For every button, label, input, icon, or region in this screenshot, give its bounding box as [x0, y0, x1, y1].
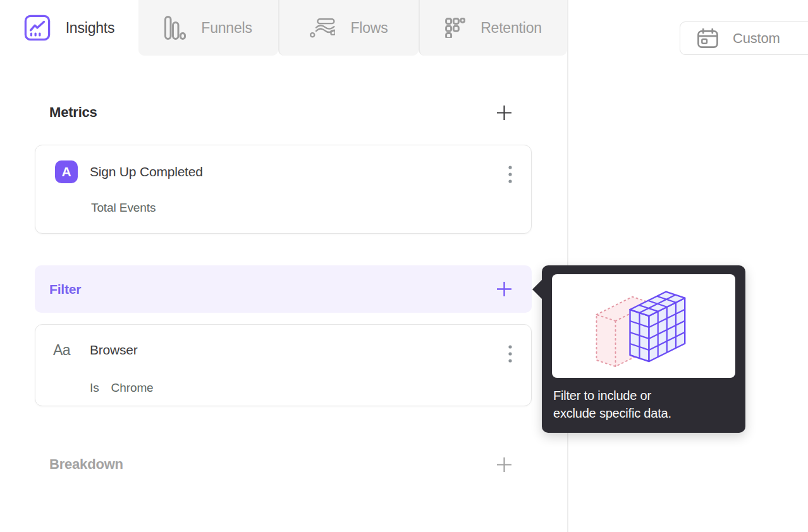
tab-label: Flows: [350, 20, 388, 37]
filter-options-button[interactable]: [503, 340, 517, 370]
tooltip-line: exclude specific data.: [553, 404, 734, 422]
add-metric-button[interactable]: [496, 104, 513, 121]
date-range-custom-button[interactable]: Custom: [680, 21, 808, 55]
tab-funnels[interactable]: Funnels: [138, 0, 278, 56]
tooltip-text: Filter to include or exclude specific da…: [553, 387, 734, 422]
filter-illustration: [552, 274, 735, 378]
flows-sankey-icon: [310, 18, 335, 38]
tab-insights[interactable]: Insights: [0, 0, 138, 56]
filter-operator: Is: [90, 381, 99, 394]
filter-section-title: Filter: [49, 282, 81, 297]
funnels-bars-icon: [164, 16, 186, 40]
plus-icon: [496, 456, 513, 473]
string-property-icon: Aa: [53, 342, 70, 359]
metric-measure: Total Events: [91, 201, 156, 215]
tooltip-arrow: [532, 280, 542, 299]
plus-icon: [496, 281, 513, 298]
metric-letter-badge: A: [55, 160, 78, 183]
tab-label: Insights: [66, 20, 115, 37]
filter-section-header[interactable]: Filter: [35, 265, 532, 313]
filter-property-name: Browser: [90, 342, 138, 358]
metric-options-button[interactable]: [503, 160, 517, 190]
filter-value: Chrome: [111, 381, 154, 394]
kebab-menu-icon: [507, 164, 513, 184]
metrics-section-title: Metrics: [49, 104, 97, 121]
plus-icon: [496, 104, 513, 121]
add-filter-button[interactable]: [496, 281, 513, 298]
filter-card[interactable]: Aa Browser IsChrome: [35, 324, 532, 406]
breakdown-section-title: Breakdown: [49, 456, 123, 473]
tab-label: Funnels: [201, 20, 252, 37]
metrics-section-header: Metrics: [35, 98, 532, 127]
metric-card[interactable]: A Sign Up Completed Total Events: [35, 145, 532, 234]
filter-tooltip: Filter to include or exclude specific da…: [542, 265, 745, 433]
date-range-label: Custom: [733, 30, 780, 47]
kebab-menu-icon: [507, 344, 513, 364]
report-type-tabbar: Insights Funnels Flows: [0, 0, 567, 56]
tab-retention[interactable]: Retention: [419, 0, 567, 56]
insights-chart-icon: [24, 15, 51, 41]
calendar-icon: [697, 28, 718, 48]
retention-grid-icon: [445, 18, 465, 38]
tab-flows[interactable]: Flows: [278, 0, 419, 56]
filter-condition: IsChrome: [90, 381, 154, 395]
data-cube-illustration: [552, 274, 735, 378]
insights-report-builder: Insights Funnels Flows: [0, 0, 808, 532]
tab-label: Retention: [481, 20, 542, 37]
metric-event-name: Sign Up Completed: [90, 164, 203, 179]
breakdown-section-header: Breakdown: [35, 450, 532, 479]
tooltip-line: Filter to include or: [553, 387, 734, 404]
add-breakdown-button[interactable]: [496, 456, 513, 473]
